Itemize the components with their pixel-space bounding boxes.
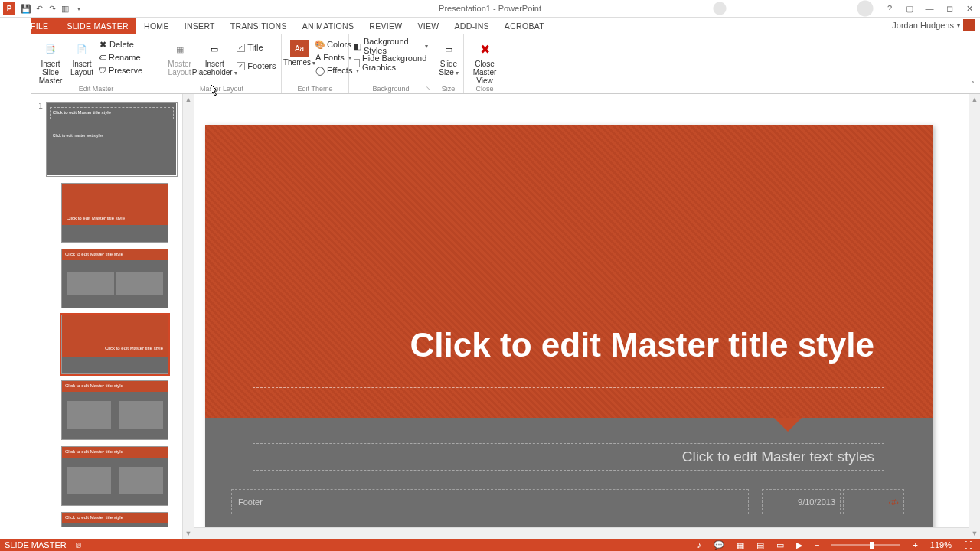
- status-language-icon[interactable]: ⎚: [71, 540, 86, 549]
- thumb-number: 1: [35, 102, 43, 110]
- footer-placeholder[interactable]: Footer: [231, 489, 749, 514]
- start-from-beginning-icon[interactable]: ▥: [60, 3, 70, 14]
- close-master-icon: ✖: [474, 40, 495, 58]
- layout-thumb-5[interactable]: Click to edit Master title style: [61, 446, 168, 506]
- tab-slide-master[interactable]: SLIDE MASTER: [59, 18, 136, 34]
- effects-icon: ◯: [315, 66, 325, 75]
- qat-customize-icon[interactable]: [73, 3, 83, 14]
- user-name: Jordan Hudgens: [892, 21, 954, 30]
- avatar: [963, 19, 975, 31]
- scroll-up-icon[interactable]: ▲: [183, 94, 194, 105]
- tab-acrobat[interactable]: ACROBAT: [497, 18, 552, 34]
- zoom-level[interactable]: 119%: [926, 540, 956, 549]
- title-checkbox[interactable]: Title: [237, 41, 276, 54]
- save-icon[interactable]: 💾: [21, 3, 31, 14]
- vertical-scrollbar[interactable]: ▲ ▼: [969, 94, 980, 539]
- title-bar: P 💾 ↶ ↷ ▥ Presentation1 - PowerPoint ? ▢…: [0, 0, 980, 18]
- fonts-icon: A: [315, 53, 321, 62]
- footers-checkbox[interactable]: Footers: [237, 60, 276, 72]
- group-label-close: Close: [464, 85, 505, 93]
- slide-number-placeholder[interactable]: ‹#›: [843, 489, 904, 514]
- scroll-up-icon[interactable]: ▲: [969, 94, 980, 105]
- scroll-down-icon[interactable]: ▼: [969, 528, 980, 539]
- notes-button[interactable]: ♪: [692, 540, 706, 549]
- scroll-down-icon[interactable]: ▼: [183, 528, 194, 539]
- hide-bg-checkbox[interactable]: Hide Background Graphics: [354, 57, 428, 69]
- horizontal-scrollbar[interactable]: [194, 527, 969, 539]
- group-edit-master: 📑 Insert Slide Master 📄 Insert Layout ✖D…: [31, 34, 162, 93]
- slideshow-view-icon[interactable]: ▶: [792, 540, 807, 550]
- fonts-button[interactable]: AFonts: [315, 51, 349, 64]
- collapse-ribbon-icon[interactable]: ˄: [966, 77, 980, 93]
- colors-button[interactable]: 🎨Colors: [315, 38, 349, 51]
- app-icon: P: [3, 2, 15, 15]
- sorter-view-icon[interactable]: ▤: [752, 540, 769, 550]
- zoom-slider[interactable]: [831, 544, 900, 546]
- background-styles-icon: ◧: [354, 41, 361, 51]
- slide-master-thumb[interactable]: Click to edit Master title style Click t…: [46, 102, 178, 177]
- decor-graphic: [704, 0, 980, 17]
- left-gutter: [0, 18, 31, 539]
- group-size: ▭ Slide Size Size: [433, 34, 464, 93]
- insert-placeholder-icon: ▭: [204, 40, 225, 58]
- status-mode: SLIDE MASTER: [0, 540, 71, 549]
- user-account[interactable]: Jordan Hudgens ▾: [892, 19, 975, 31]
- group-background: ◧Background Styles Hide Background Graph…: [349, 34, 433, 93]
- normal-view-icon[interactable]: ▦: [732, 540, 749, 550]
- slide-arrow-decor: [774, 418, 802, 432]
- group-label-edit-master: Edit Master: [31, 85, 162, 93]
- ribbon-tabs: FILE SLIDE MASTER HOME INSERT TRANSITION…: [0, 18, 980, 34]
- workspace: 1 Click to edit Master title style Click…: [31, 94, 980, 539]
- comments-button[interactable]: 💬: [709, 540, 729, 550]
- tab-animations[interactable]: ANIMATIONS: [295, 18, 362, 34]
- slide-size-icon: ▭: [438, 40, 459, 58]
- preserve-button[interactable]: 🛡Preserve: [98, 64, 136, 77]
- ribbon: 📑 Insert Slide Master 📄 Insert Layout ✖D…: [0, 34, 980, 94]
- thumbnails[interactable]: 1 Click to edit Master title style Click…: [31, 94, 182, 539]
- tab-insert[interactable]: INSERT: [177, 18, 223, 34]
- zoom-thumb[interactable]: [870, 542, 874, 549]
- layout-thumb-4[interactable]: Click to edit Master title style: [61, 380, 168, 440]
- colors-icon: 🎨: [315, 40, 325, 49]
- zoom-in-button[interactable]: +: [908, 540, 922, 549]
- delete-button[interactable]: ✖Delete: [98, 38, 136, 51]
- rename-icon: 🏷: [98, 53, 106, 62]
- title-placeholder[interactable]: Click to edit Master title style: [253, 302, 884, 388]
- date-placeholder[interactable]: 9/10/2013: [762, 489, 841, 514]
- master-thumb-row[interactable]: 1 Click to edit Master title style Click…: [35, 102, 178, 177]
- tab-transitions[interactable]: TRANSITIONS: [223, 18, 295, 34]
- text-placeholder[interactable]: Click to edit Master text styles: [253, 443, 884, 471]
- group-edit-theme: Aa Themes 🎨Colors AFonts ◯Effects Edit T…: [282, 34, 349, 93]
- group-label-size: Size: [433, 85, 463, 93]
- rename-button[interactable]: 🏷Rename: [98, 51, 136, 64]
- layout-thumb-1[interactable]: Click to edit Master title style: [61, 183, 168, 243]
- redo-icon[interactable]: ↷: [47, 3, 57, 14]
- master-layout-icon: ▦: [169, 40, 191, 58]
- group-master-layout: ▦ Master Layout ▭ Insert Placeholder Tit…: [162, 34, 282, 93]
- group-label-edit-theme: Edit Theme: [282, 85, 348, 93]
- status-bar: SLIDE MASTER ⎚ ♪ 💬 ▦ ▤ ▭ ▶ − + 119% ⛶: [0, 539, 980, 551]
- dialog-launcher-icon[interactable]: ↘: [426, 85, 431, 92]
- slide-canvas[interactable]: Click to edit Master title style Click t…: [205, 125, 933, 534]
- themes-icon: Aa: [290, 40, 309, 57]
- zoom-out-button[interactable]: −: [810, 540, 824, 549]
- canvas-area: Click to edit Master title style Click t…: [194, 94, 980, 539]
- quick-access-toolbar: P 💾 ↶ ↷ ▥: [0, 2, 83, 15]
- thumb-scrollbar[interactable]: ▲ ▼: [182, 94, 194, 539]
- layout-thumb-2[interactable]: Click to edit Master title style: [61, 249, 168, 308]
- group-close: ✖ Close Master View Close: [464, 34, 505, 93]
- fit-to-window-icon[interactable]: ⛶: [959, 540, 977, 549]
- background-styles-button[interactable]: ◧Background Styles: [354, 40, 428, 52]
- tab-home[interactable]: HOME: [136, 18, 177, 34]
- layout-thumb-3[interactable]: Click to edit Master title style: [61, 315, 168, 374]
- tab-addins[interactable]: ADD-INS: [447, 18, 497, 34]
- layout-thumb-6[interactable]: Click to edit Master title style: [61, 512, 168, 527]
- tab-review[interactable]: REVIEW: [361, 18, 410, 34]
- tab-view[interactable]: VIEW: [410, 18, 447, 34]
- insert-slide-master-icon: 📑: [40, 40, 61, 58]
- effects-button[interactable]: ◯Effects: [315, 64, 349, 77]
- checkbox-icon: [237, 62, 245, 70]
- undo-icon[interactable]: ↶: [34, 3, 44, 14]
- reading-view-icon[interactable]: ▭: [772, 540, 789, 550]
- checkbox-icon: [237, 44, 245, 52]
